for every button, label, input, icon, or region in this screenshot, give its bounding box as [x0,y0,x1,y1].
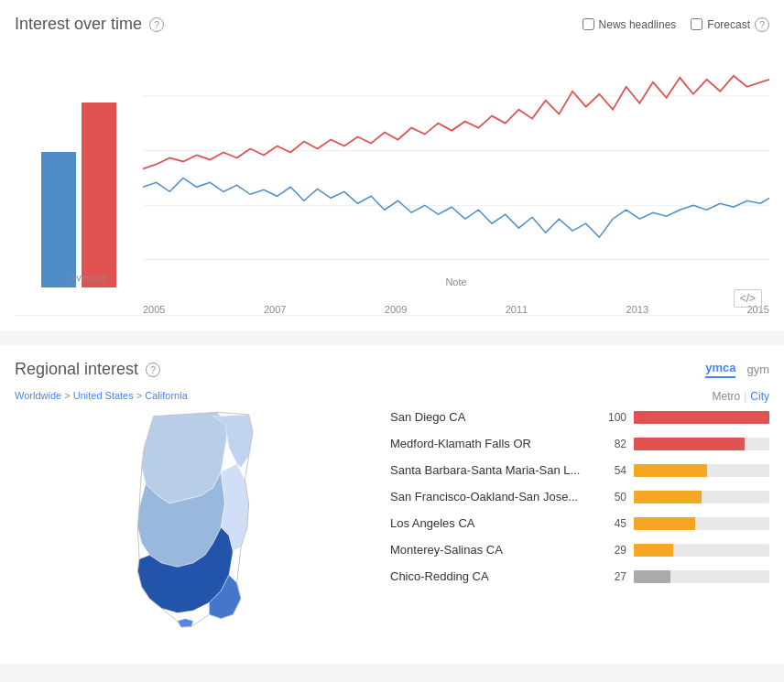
help-icon[interactable]: ? [149,17,164,32]
region-name: Chico-Redding CA [390,569,592,583]
region-bar-container [634,570,769,583]
california-map [15,408,372,646]
metro-label[interactable]: Metro [713,390,741,403]
regional-tabs: ymca gym [705,361,769,378]
avg-bar-blue [41,152,76,287]
region-bar-container [634,464,769,477]
rankings-container: Metro | City San Diego CA100Medford-Klam… [390,390,769,649]
chart-main: Note 2005 2007 2009 2011 2013 2015 [143,41,769,315]
region-name: San Diego CA [390,410,592,424]
x-label-2009: 2009 [385,304,407,315]
region-rows: San Diego CA100Medford-Klamath Falls OR8… [390,410,769,583]
breadcrumb-us[interactable]: United States [73,390,134,401]
x-label-2013: 2013 [626,304,648,315]
x-label-2005: 2005 [143,304,165,315]
news-headlines-toggle[interactable]: News headlines [583,18,677,31]
region-bar-fill [634,491,702,503]
regional-interest-section: Regional interest ? ymca gym Worldwide >… [0,345,784,664]
header-controls: News headlines Forecast ? [583,17,769,32]
region-bar-fill [634,464,707,477]
tab-gym[interactable]: gym [746,363,769,376]
region-bar-fill [634,411,769,424]
region-bar-fill [634,544,673,557]
region-row: Los Angeles CA45 [390,516,769,530]
region-bar-container [634,411,769,424]
region-name: Los Angeles CA [390,516,592,530]
section-title-text: Interest over time [15,15,142,34]
chart-area: Note 2005 2007 2009 2011 2013 2015 Avera… [15,41,769,316]
region-row: Santa Barbara-Santa Maria-San L...54 [390,463,769,477]
interest-over-time-section: Interest over time ? News headlines Fore… [0,0,784,330]
region-bar-container [634,491,769,503]
regional-body: Worldwide > United States > California [15,390,769,649]
map-container: Worldwide > United States > California [15,390,372,649]
region-bar-fill [634,517,695,530]
region-name: San Francisco-Oakland-San Jose... [390,490,592,503]
regional-title-text: Regional interest [15,360,138,379]
region-score: 45 [599,517,626,530]
city-label[interactable]: City [750,390,769,403]
region-bar-fill [634,570,670,583]
region-bar-container [634,517,769,530]
x-label-2011: 2011 [506,304,528,315]
region-name: Medford-Klamath Falls OR [390,437,592,450]
region-bar-container [634,544,769,557]
region-score: 54 [599,464,626,477]
forecast-help-icon[interactable]: ? [755,17,769,32]
news-headlines-checkbox[interactable] [583,18,594,30]
avg-bar-red [82,103,116,287]
section-header: Interest over time ? News headlines Fore… [15,15,769,34]
region-row: San Francisco-Oakland-San Jose...50 [390,490,769,503]
note-label: Note [445,276,466,287]
region-bar-container [634,438,769,450]
forecast-toggle[interactable]: Forecast ? [691,17,769,32]
metro-city-toggle: Metro | City [390,390,769,403]
chart-inner: Note 2005 2007 2009 2011 2013 2015 [15,41,769,315]
region-score: 50 [599,491,626,503]
regional-title: Regional interest ? [15,360,160,379]
x-label-2007: 2007 [264,304,286,315]
region-name: Monterey-Salinas CA [390,543,592,557]
region-name: Santa Barbara-Santa Maria-San L... [390,463,592,477]
region-row: San Diego CA100 [390,410,769,424]
avg-label: Average [70,272,107,283]
section-title: Interest over time ? [15,15,164,34]
forecast-checkbox[interactable] [691,18,702,30]
embed-button[interactable]: </> [734,289,762,308]
regional-header: Regional interest ? ymca gym [15,360,769,379]
region-score: 29 [599,544,626,557]
x-axis: 2005 2007 2009 2011 2013 2015 [143,300,769,315]
region-score: 27 [599,570,626,583]
region-row: Monterey-Salinas CA29 [390,543,769,557]
breadcrumb: Worldwide > United States > California [15,390,372,401]
region-score: 100 [599,411,626,424]
region-bar-fill [634,438,745,450]
region-score: 82 [599,438,626,450]
regional-help-icon[interactable]: ? [146,363,160,377]
region-row: Medford-Klamath Falls OR82 [390,437,769,450]
forecast-label: Forecast [707,18,750,31]
news-headlines-label: News headlines [599,18,677,31]
chart-svg [143,41,769,260]
breadcrumb-state[interactable]: California [145,390,187,401]
tab-ymca[interactable]: ymca [705,361,735,378]
breadcrumb-worldwide[interactable]: Worldwide [15,390,61,401]
region-row: Chico-Redding CA27 [390,569,769,583]
